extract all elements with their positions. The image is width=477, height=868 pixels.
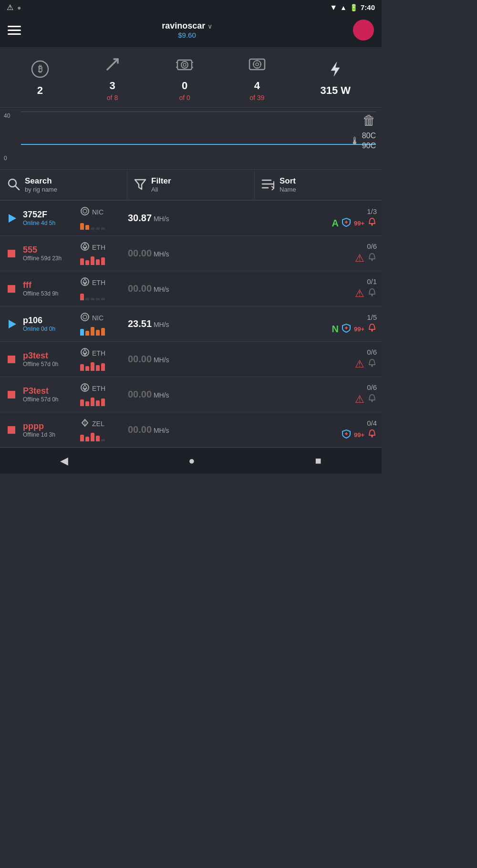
- rig-hashrate-col: 23.51 MH/s: [128, 318, 185, 329]
- rig-item[interactable]: 555Offline 59d 23hETH00.00 MH/s0/6⚠: [0, 236, 382, 271]
- algo-label: ETH: [92, 349, 105, 357]
- username-display[interactable]: ravinoscar ∨: [162, 21, 212, 31]
- algo-bars: [80, 290, 123, 300]
- svg-marker-22: [135, 180, 145, 189]
- algo-bar: [91, 327, 94, 336]
- rig-status-button[interactable]: [5, 353, 18, 366]
- play-icon: [9, 320, 16, 328]
- rig-status-letter: N: [332, 324, 338, 335]
- notification-bell-icon[interactable]: [367, 323, 377, 335]
- control-bar: Search by rig name Filter All Sort N: [0, 170, 382, 201]
- rig-hashrate-value: 00.00: [128, 248, 152, 258]
- warning-icon: ⚠: [355, 252, 364, 265]
- algo-bar: [101, 439, 105, 441]
- algo-icon: [80, 206, 90, 217]
- nav-center[interactable]: ravinoscar ∨ $9.60: [162, 21, 212, 39]
- rig-hashrate-col: 30.87 MH/s: [128, 213, 185, 224]
- notification-bell-icon[interactable]: [367, 394, 377, 406]
- rig-status-button[interactable]: [5, 423, 18, 437]
- rig-item[interactable]: 3752FOnline 4d 5hNIC30.87 MH/s1/3A99+: [0, 201, 382, 236]
- recents-button[interactable]: ■: [315, 455, 321, 467]
- bottom-nav: ◀ ● ■: [0, 448, 382, 474]
- rig-ratio: 0/6: [367, 383, 377, 391]
- warning-icon: ⚠: [355, 287, 364, 300]
- rig-item[interactable]: fffOffline 53d 9hETH00.00 MH/s0/1⚠: [0, 271, 382, 306]
- rig-hashrate-col: 00.00 MH/s: [128, 354, 185, 365]
- rig-hashrate-col: 00.00 MH/s: [128, 283, 185, 294]
- rig-status-button[interactable]: [5, 282, 18, 296]
- rig-algo-col: NIC: [80, 206, 123, 230]
- rig-uptime: Offline 1d 3h: [23, 431, 75, 438]
- algo-bar: [101, 298, 105, 300]
- stat-gpus-secondary[interactable]: 4 of 39: [248, 55, 266, 102]
- play-icon: [9, 214, 16, 223]
- stat-power[interactable]: 315 W: [321, 60, 351, 97]
- profile-dot[interactable]: [353, 20, 374, 41]
- sort-control[interactable]: Sort Name: [255, 170, 382, 200]
- rig-hashrate-col: 00.00 MH/s: [128, 248, 185, 259]
- notification-bell-icon[interactable]: [367, 358, 377, 370]
- algo-bar: [96, 436, 100, 441]
- rig-uptime: Offline 57d 0h: [23, 396, 75, 403]
- chart-min-label: 0: [4, 155, 10, 162]
- chart-hashrate-line: [21, 144, 376, 145]
- notification-bell-icon[interactable]: [367, 217, 377, 229]
- rig-item[interactable]: p106Online 0d 0hNIC23.51 MH/s1/5N99+: [0, 306, 382, 342]
- stop-icon: [8, 356, 15, 363]
- hamburger-menu-button[interactable]: [8, 26, 21, 35]
- rig-item[interactable]: p3testOffline 57d 0hETH00.00 MH/s0/6⚠: [0, 342, 382, 377]
- notification-bell-icon[interactable]: [367, 288, 377, 300]
- time-display: 7:40: [361, 3, 375, 11]
- rig-status-button[interactable]: [5, 247, 18, 260]
- chart-container: [21, 112, 376, 159]
- battery-icon: 🔋: [350, 4, 358, 11]
- signal-icon: ▲: [340, 4, 347, 11]
- algo-label: ETH: [92, 385, 105, 392]
- username-dropdown-arrow: ∨: [207, 22, 212, 30]
- algo-bar: [80, 399, 84, 406]
- status-bar: ⚠ ● ▼ ▲ 🔋 7:40: [0, 0, 382, 15]
- trash-button[interactable]: 🗑: [363, 112, 376, 128]
- notification-bell-icon[interactable]: [367, 253, 377, 265]
- back-button[interactable]: ◀: [60, 455, 68, 467]
- rig-uptime: Offline 53d 9h: [23, 290, 75, 297]
- rig-hashrate-value: 00.00: [128, 389, 152, 399]
- filter-control[interactable]: Filter All: [127, 170, 255, 200]
- rig-name: fff: [23, 280, 75, 290]
- stat-coins[interactable]: ₿ 2: [31, 60, 49, 97]
- rig-alerts-row: A99+: [332, 217, 377, 229]
- svg-marker-19: [331, 62, 340, 76]
- sort-icon: [261, 178, 275, 192]
- algo-bar: [91, 256, 94, 265]
- rig-alerts-row: ⚠: [355, 287, 377, 300]
- temp-high: 80C: [362, 131, 376, 141]
- rig-right-col: 0/6⚠: [355, 383, 377, 406]
- algo-icon: [80, 347, 90, 358]
- rig-right-col: 0/6⚠: [355, 348, 377, 370]
- algo-bar: [101, 328, 105, 336]
- algo-icon: [80, 242, 90, 253]
- algo-bar: [101, 398, 105, 406]
- home-button[interactable]: ●: [188, 455, 195, 467]
- svg-line-2: [107, 59, 118, 70]
- algo-bar: [91, 398, 94, 406]
- algo-bar: [91, 362, 94, 371]
- notification-bell-icon[interactable]: [367, 429, 377, 441]
- rig-item[interactable]: ppppOffline 1d 3hZEL00.00 MH/s0/499+: [0, 412, 382, 448]
- rig-status-button[interactable]: [5, 317, 18, 331]
- rig-algo-col: NIC: [80, 312, 123, 336]
- algo-bar: [80, 223, 84, 230]
- rig-uptime: Online 4d 5h: [23, 220, 75, 226]
- rig-status-button[interactable]: [5, 388, 18, 401]
- rig-algo-col: ETH: [80, 277, 123, 300]
- stat-rigs[interactable]: 3 of 8: [104, 55, 122, 102]
- search-control[interactable]: Search by rig name: [0, 170, 127, 200]
- stat-gpus-primary[interactable]: 0 of 0: [176, 55, 194, 102]
- rig-ratio: 0/1: [367, 277, 377, 286]
- warning-status-icon: ⚠: [7, 3, 13, 12]
- rig-item[interactable]: P3testOffline 57d 0hETH00.00 MH/s0/6⚠: [0, 377, 382, 412]
- rig-ratio: 0/4: [367, 419, 377, 427]
- rig-status-button[interactable]: [5, 212, 18, 225]
- algo-bars: [80, 396, 123, 406]
- shield-icon: [342, 217, 351, 229]
